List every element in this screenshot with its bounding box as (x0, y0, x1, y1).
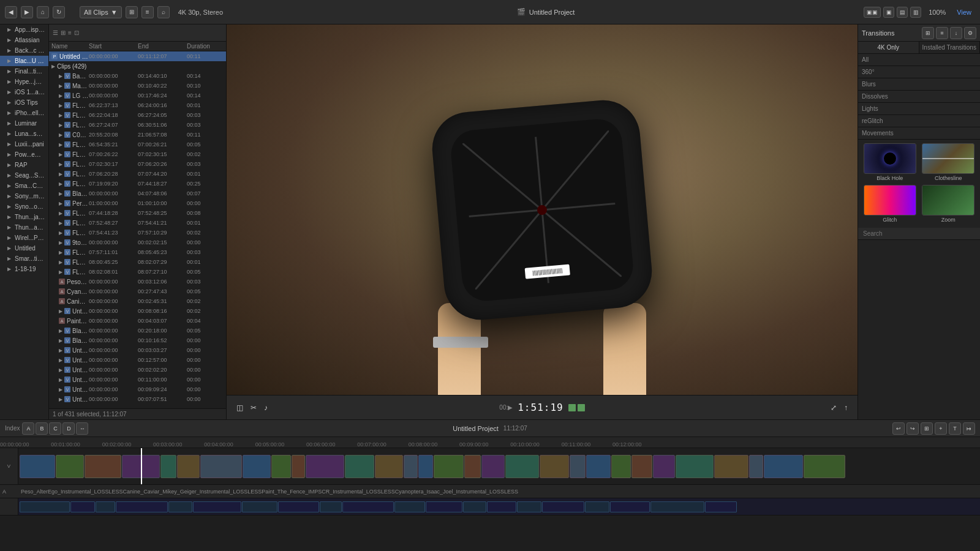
tl-btn-5[interactable]: ↔ (76, 422, 88, 435)
tl-right-btn-5[interactable]: T (949, 422, 961, 435)
lib-row-22[interactable]: ▶V FLOORCAM_S001_S00... 08:02:08:01 08:0… (49, 267, 226, 277)
trim-btn[interactable]: ✂ (248, 402, 259, 413)
audio-clip-13[interactable] (487, 501, 516, 512)
library-grid-icon[interactable]: ⊞ (61, 29, 66, 36)
lib-row-21[interactable]: ▶V FLOORCAM_S001_S00... 08:00:45:25 08:0… (49, 257, 226, 267)
sidebar-item-4[interactable]: ▶Final...tions (0, 66, 48, 77)
video-clip-21[interactable] (586, 455, 611, 478)
lib-row-3[interactable]: ▶V Mac mini 2018 review 00:00:00:00 00:1… (49, 81, 226, 91)
back-btn[interactable]: ◀ (5, 6, 17, 18)
video-clip-27[interactable] (749, 455, 763, 478)
audio-clip-5[interactable] (193, 501, 241, 512)
video-clip-11[interactable] (345, 455, 374, 478)
sidebar-item-12[interactable]: ▶Pow...eGPU (0, 149, 48, 160)
lib-row-7[interactable]: ▶V FLOORCAM_S001_S00... 06:27:24:07 06:3… (49, 120, 226, 130)
lib-row-17[interactable]: ▶V FLOORCAM_S001_S00... 07:52:48:27 07:5… (49, 218, 226, 228)
tl-right-btn-1[interactable]: ↩ (892, 422, 905, 435)
audio-clip-18[interactable] (650, 501, 704, 512)
layout-btn-3[interactable]: ▤ (897, 7, 908, 18)
lib-row-26[interactable]: ▶V Untitled Project Clip 00:00:00:00 00:… (49, 306, 226, 316)
lib-row-28[interactable]: ▶V Blackmagic eGPU 00:00:00:00 00:20:18:… (49, 326, 226, 335)
library-filter-icon[interactable]: ⊡ (74, 29, 79, 36)
sidebar-item-14[interactable]: ▶Seag...SSD (0, 170, 48, 181)
video-clip-18[interactable] (505, 455, 539, 478)
lib-row-15[interactable]: ▶V Performance 01:00:00:00 01:00:10:00 0… (49, 198, 226, 208)
share-btn[interactable]: ↑ (842, 402, 850, 413)
trans-section-reglitch[interactable]: reGlitch (858, 115, 980, 127)
tl-right-btn-6[interactable]: ↦ (963, 422, 975, 435)
audio-clip-10[interactable] (394, 501, 425, 512)
sort-btn[interactable]: ≡ (141, 6, 154, 18)
lib-row-24[interactable]: A Cyanoptera_Isaac_Joel... 00:00:00:00 0… (49, 287, 226, 296)
sidebar-item-23[interactable]: ▶1-18-19 (0, 264, 48, 274)
video-clip-12[interactable] (375, 455, 403, 478)
sidebar-item-0[interactable]: ▶App...isplay (0, 24, 48, 35)
lib-row-10[interactable]: ▶V FLOORCAM_S001_S00... 07:00:26:22 07:0… (49, 149, 226, 159)
clip-select[interactable]: All Clips ▼ (80, 6, 122, 18)
audio-clip-2[interactable] (96, 501, 115, 512)
audio-clip-8[interactable] (320, 501, 342, 512)
tab-installed[interactable]: Installed Transitions (919, 42, 981, 53)
sidebar-item-22[interactable]: ▶Smar...tions (0, 253, 48, 264)
sidebar-item-15[interactable]: ▶Sma...Case (0, 181, 48, 191)
audio-clip-17[interactable] (610, 501, 650, 512)
video-clip-4[interactable] (160, 455, 176, 478)
refresh-btn[interactable]: ↻ (53, 6, 65, 18)
tl-right-btn-2[interactable]: ↪ (907, 422, 919, 435)
sidebar-item-16[interactable]: ▶Sony...mX 1 (0, 191, 48, 201)
video-clip-19[interactable] (540, 455, 569, 478)
tl-btn-1[interactable]: A (22, 422, 34, 435)
lib-row-20[interactable]: ▶V FLOORCAM_S001_S00... 07:57:11:01 08:0… (49, 247, 226, 257)
video-clip-13[interactable] (404, 455, 418, 478)
sidebar-item-19[interactable]: ▶Thun...ade 1 (0, 222, 48, 233)
tl-btn-3[interactable]: C (49, 422, 61, 435)
lib-row-16[interactable]: ▶V FLOORCAM_S001_S00... 07:44:18:28 07:5… (49, 208, 226, 218)
audio-clip-3[interactable] (116, 501, 168, 512)
trans-section-lights[interactable]: Lights (858, 103, 980, 115)
sidebar-item-13[interactable]: ▶RAP (0, 160, 48, 170)
sidebar-item-6[interactable]: ▶iOS 1...ata 1 (0, 87, 48, 97)
lib-row-33[interactable]: ▶V Untitled-5 00:00:00:00 00:11:00:00 00… (49, 375, 226, 384)
lib-row-2[interactable]: ▶V Back to the Mac 008 –... 00:00:00:00 … (49, 71, 226, 81)
sidebar-item-3[interactable]: ▶Blac...U Pro (0, 56, 48, 66)
audio-clip-9[interactable] (342, 501, 394, 512)
transition-item-clothesline[interactable]: Clothesline (921, 143, 977, 182)
video-clip-15[interactable] (434, 455, 464, 478)
video-clip-10[interactable] (306, 455, 344, 478)
lib-row-11[interactable]: ▶V FLOORCAM_S001_S00... 07:02:30:17 07:0… (49, 159, 226, 169)
audio-clip-19[interactable] (705, 501, 737, 512)
lib-row-25[interactable]: A Canine_Caviar_Mikey_G... 00:00:00:00 0… (49, 296, 226, 306)
lib-row-19[interactable]: ▶V 9to5MacTake 00:00:00:00 00:02:02:15 0… (49, 238, 226, 247)
search-btn[interactable]: ⌕ (157, 6, 170, 18)
trans-section-dissolves[interactable]: Dissolves (858, 91, 980, 103)
tl-btn-4[interactable]: D (62, 422, 75, 435)
trans-section-movements[interactable]: Movements (858, 127, 980, 140)
lib-row-18[interactable]: ▶V FLOORCAM_S001_S00... 07:54:41:23 07:5… (49, 228, 226, 238)
audio-clip-4[interactable] (168, 501, 192, 512)
transition-item-blackhole[interactable]: Black Hole (862, 143, 918, 182)
home-btn[interactable]: ⌂ (37, 6, 49, 18)
lib-row-35[interactable]: ▶V Untitled-7 00:00:00:00 00:07:07:51 00… (49, 394, 226, 404)
audio-clip-7[interactable] (278, 501, 319, 512)
tab-4k-only[interactable]: 4K Only (858, 42, 919, 53)
video-clip-7[interactable] (243, 455, 271, 478)
lib-row-12[interactable]: ▶V FLOORCAM_S001_S00... 07:06:20:28 07:0… (49, 169, 226, 179)
audio-clip-6[interactable] (242, 501, 277, 512)
sidebar-item-21[interactable]: ▶Untitled (0, 243, 48, 253)
trans-section-blurs[interactable]: Blurs (858, 78, 980, 91)
forward-btn[interactable]: ▶ (21, 6, 33, 18)
fullscreen-btn[interactable]: ⤢ (828, 402, 839, 413)
video-clip-8[interactable] (271, 455, 291, 478)
video-clip-16[interactable] (464, 455, 481, 478)
lib-row-32[interactable]: ▶V Untitled-4 00:00:00:00 00:02:02:20 00… (49, 365, 226, 375)
video-clip-6[interactable] (200, 455, 242, 478)
audio-clip-16[interactable] (585, 501, 609, 512)
video-clip-14[interactable] (418, 455, 433, 478)
lib-row-1[interactable]: ▶ Clips (429) (49, 61, 226, 71)
sidebar-item-1[interactable]: ▶Atlassian (0, 35, 48, 45)
tl-right-btn-3[interactable]: ⊞ (921, 422, 933, 435)
lib-row-30[interactable]: ▶V Untitled-2 00:00:00:00 00:03:03:27 00… (49, 345, 226, 355)
trans-section-all[interactable]: All (858, 54, 980, 66)
sidebar-item-5[interactable]: ▶Hype...juice (0, 77, 48, 87)
lib-row-27[interactable]: A Paint_The_Fence_IMPS... 00:00:00:00 00… (49, 316, 226, 326)
